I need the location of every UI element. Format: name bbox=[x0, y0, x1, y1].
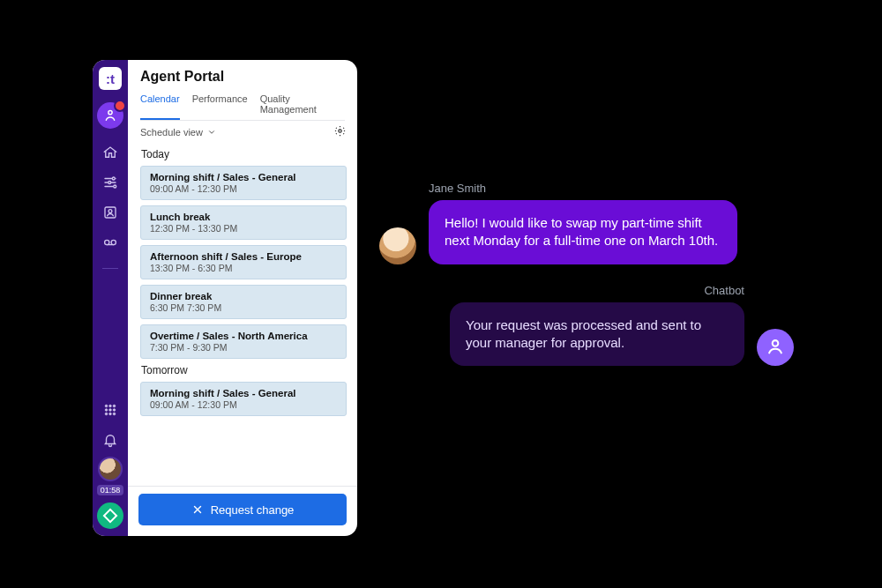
svg-point-8 bbox=[105, 405, 108, 407]
svg-point-16 bbox=[113, 413, 116, 415]
request-change-label: Request change bbox=[211, 503, 295, 517]
svg-point-7 bbox=[111, 240, 116, 244]
portal-tabs: Calendar Performance Quality Management bbox=[140, 90, 345, 121]
logo-tile[interactable]: :t bbox=[99, 67, 122, 90]
rail-contacts-button[interactable] bbox=[97, 199, 123, 226]
page-title: Agent Portal bbox=[140, 69, 345, 85]
tab-calendar[interactable]: Calendar bbox=[140, 90, 180, 120]
svg-point-15 bbox=[109, 413, 112, 415]
section-label-today: Today bbox=[141, 148, 347, 160]
svg-point-17 bbox=[339, 130, 341, 132]
bot-icon bbox=[766, 338, 785, 357]
bot-avatar bbox=[757, 329, 794, 366]
rail-home-button[interactable] bbox=[97, 139, 123, 166]
chat-sender-bot: Chatbot bbox=[379, 284, 744, 297]
svg-point-5 bbox=[108, 210, 112, 213]
slot-title: Dinner break bbox=[150, 291, 337, 301]
user-avatar bbox=[379, 227, 416, 264]
tab-quality[interactable]: Quality Management bbox=[260, 90, 345, 120]
svg-point-12 bbox=[109, 409, 112, 412]
chevron-down-icon bbox=[207, 128, 216, 137]
rail-timer: 01:58 bbox=[97, 485, 124, 495]
svg-point-10 bbox=[113, 405, 116, 407]
chat-bot-row: Your request was processed and sent to y… bbox=[450, 302, 794, 367]
rail-voicemail-button[interactable] bbox=[97, 229, 123, 256]
chat-pane: Jane Smith Hello! I would like to swap m… bbox=[379, 182, 794, 366]
slot-title: Lunch break bbox=[150, 212, 337, 222]
nav-rail: :t 01:58 bbox=[93, 60, 128, 536]
contact-icon bbox=[102, 205, 118, 220]
schedule-slot[interactable]: Morning shift / Sales - General09:00 AM … bbox=[140, 166, 347, 200]
notification-dot-icon bbox=[114, 100, 126, 112]
schedule-subheader: Schedule view bbox=[128, 121, 357, 143]
logo-glyph: :t bbox=[106, 71, 115, 86]
slot-title: Overtime / Sales - North America bbox=[150, 331, 337, 341]
chat-user-bubble: Hello! I would like to swap my part-time… bbox=[429, 200, 737, 264]
schedule-slot[interactable]: Morning shift / Sales - General09:00 AM … bbox=[140, 382, 347, 416]
bell-icon bbox=[102, 432, 118, 448]
gear-icon bbox=[333, 124, 347, 138]
section-label-tomorrow: Tomorrow bbox=[141, 364, 347, 376]
rail-notify-button[interactable] bbox=[97, 427, 123, 453]
portal-footer: Request change bbox=[128, 486, 357, 536]
rail-user-avatar[interactable] bbox=[98, 457, 123, 481]
diamond-icon bbox=[103, 509, 118, 524]
slot-title: Afternoon shift / Sales - Europe bbox=[150, 251, 337, 262]
voicemail-icon bbox=[102, 234, 118, 250]
schedule-slot[interactable]: Overtime / Sales - North America7:30 PM … bbox=[140, 324, 347, 359]
chat-bot-bubble: Your request was processed and sent to y… bbox=[450, 302, 744, 367]
chat-sender-user: Jane Smith bbox=[429, 182, 794, 195]
request-change-button[interactable]: Request change bbox=[138, 494, 347, 525]
svg-point-18 bbox=[773, 340, 779, 346]
svg-point-1 bbox=[112, 177, 115, 180]
slot-time: 09:00 AM - 12:30 PM bbox=[150, 399, 337, 410]
schedule-view-dropdown[interactable]: Schedule view bbox=[140, 127, 216, 138]
svg-point-3 bbox=[114, 185, 116, 188]
rail-chat-button[interactable] bbox=[97, 102, 123, 129]
schedule-slot[interactable]: Dinner break6:30 PM 7:30 PM bbox=[140, 285, 347, 319]
dialpad-icon bbox=[102, 402, 118, 418]
schedule-settings-button[interactable] bbox=[333, 124, 347, 139]
slot-title: Morning shift / Sales - General bbox=[150, 388, 337, 398]
svg-point-13 bbox=[113, 409, 116, 412]
slot-title: Morning shift / Sales - General bbox=[150, 172, 337, 182]
sliders-icon bbox=[102, 175, 118, 190]
rail-separator bbox=[102, 268, 118, 269]
chat-user-row: Hello! I would like to swap my part-time… bbox=[379, 200, 794, 264]
schedule-slot[interactable]: Afternoon shift / Sales - Europe13:30 PM… bbox=[140, 245, 347, 279]
swap-icon bbox=[191, 503, 204, 516]
home-icon bbox=[102, 145, 118, 160]
svg-point-0 bbox=[108, 111, 112, 115]
slot-time: 7:30 PM - 9:30 PM bbox=[150, 342, 337, 353]
slot-time: 12:30 PM - 13:30 PM bbox=[150, 223, 337, 234]
slot-time: 13:30 PM - 6:30 PM bbox=[150, 263, 337, 273]
portal-header: Agent Portal Calendar Performance Qualit… bbox=[128, 60, 357, 121]
svg-point-6 bbox=[105, 240, 109, 244]
svg-point-9 bbox=[109, 405, 112, 407]
rail-settings-button[interactable] bbox=[97, 169, 123, 196]
slot-time: 6:30 PM 7:30 PM bbox=[150, 302, 337, 313]
agent-portal-card: :t 01:58 Agent Portal bbox=[93, 60, 357, 536]
portal-main: Agent Portal Calendar Performance Qualit… bbox=[128, 60, 357, 536]
schedule-body[interactable]: Today Morning shift / Sales - General09:… bbox=[128, 143, 357, 486]
svg-point-14 bbox=[105, 413, 108, 415]
svg-point-11 bbox=[105, 409, 108, 412]
schedule-slot[interactable]: Lunch break12:30 PM - 13:30 PM bbox=[140, 205, 347, 240]
rail-dialpad-button[interactable] bbox=[97, 397, 123, 423]
slot-time: 09:00 AM - 12:30 PM bbox=[150, 183, 337, 194]
svg-point-2 bbox=[108, 182, 111, 184]
schedule-view-label: Schedule view bbox=[140, 127, 203, 138]
rail-status-button[interactable] bbox=[97, 502, 123, 529]
tab-performance[interactable]: Performance bbox=[192, 90, 248, 120]
